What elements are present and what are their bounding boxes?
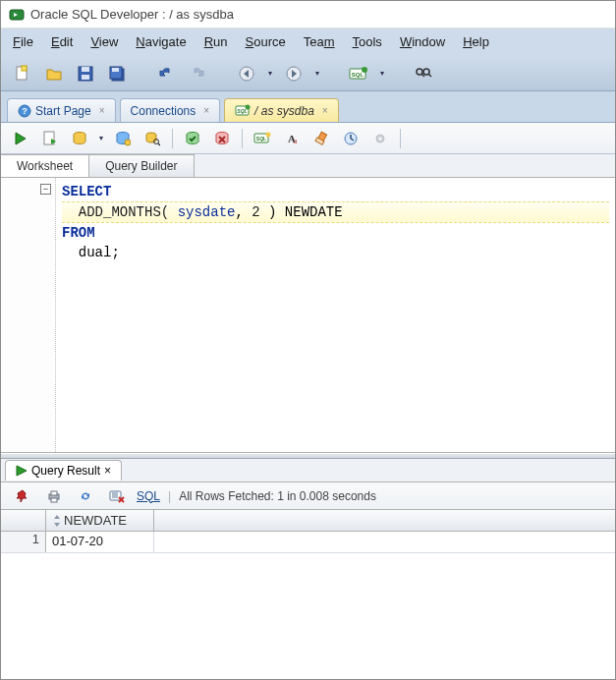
nav-back-button[interactable] — [235, 62, 258, 85]
menu-team[interactable]: Team — [304, 34, 335, 49]
menu-window[interactable]: Window — [400, 34, 445, 49]
save-button[interactable] — [74, 62, 97, 85]
tab-label: / as sysdba — [254, 104, 314, 118]
pin-button[interactable] — [11, 484, 34, 508]
result-tab-label: Query Result — [31, 464, 100, 478]
close-icon[interactable]: × — [322, 105, 328, 116]
autotrace-button[interactable] — [111, 127, 135, 150]
worksheet-toolbar: ▾ SQL Aa — [1, 123, 615, 154]
sql-editor[interactable]: SELECT ADD_MONTHS( sysdate, 2 ) NEWDATE … — [56, 178, 615, 452]
menu-help[interactable]: Help — [463, 34, 489, 49]
sql-text: dual; — [62, 245, 120, 260]
menu-view[interactable]: View — [90, 34, 118, 49]
sql-worksheet-button[interactable]: SQL — [347, 62, 370, 85]
sql-text: , — [235, 204, 252, 220]
refresh-button[interactable] — [74, 484, 97, 508]
run-script-button[interactable] — [38, 127, 62, 150]
svg-rect-53 — [51, 491, 57, 495]
rollback-button[interactable] — [210, 127, 234, 150]
svg-point-16 — [362, 67, 367, 73]
svg-point-31 — [125, 140, 131, 145]
sql-text: ADD_MONTHS( — [62, 204, 178, 220]
svg-rect-5 — [82, 67, 89, 72]
nav-forward-dropdown[interactable]: ▾ — [313, 69, 321, 78]
svg-marker-26 — [16, 133, 26, 144]
tab-query-builder[interactable]: Query Builder — [89, 154, 194, 177]
settings-button[interactable] — [368, 127, 392, 150]
tab-connections[interactable]: Connections × — [120, 98, 221, 122]
result-toolbar: SQL | All Rows Fetched: 1 in 0.008 secon… — [1, 482, 615, 510]
run-statement-button[interactable] — [9, 127, 32, 150]
svg-text:a: a — [294, 137, 298, 145]
menu-tools[interactable]: Tools — [353, 34, 382, 49]
undo-button[interactable] — [154, 62, 178, 85]
nav-back-dropdown[interactable]: ▾ — [266, 69, 274, 78]
grid-header: NEWDATE — [1, 510, 615, 532]
svg-line-34 — [158, 143, 160, 145]
svg-point-50 — [379, 137, 382, 140]
new-button[interactable] — [11, 62, 34, 85]
find-button[interactable] — [412, 62, 435, 85]
editor-area: − SELECT ADD_MONTHS( sysdate, 2 ) NEWDAT… — [1, 178, 615, 453]
sql-keyword: FROM — [62, 225, 95, 241]
close-icon[interactable]: × — [104, 464, 111, 478]
tab-worksheet[interactable]: Worksheet — [1, 154, 89, 177]
tab-query-result[interactable]: Query Result × — [5, 460, 122, 481]
sql-number: 2 — [252, 204, 259, 220]
main-toolbar: ▾ ▾ SQL ▾ — [1, 56, 615, 91]
menu-source[interactable]: Source — [246, 34, 286, 49]
fetch-status: All Rows Fetched: 1 in 0.008 seconds — [179, 489, 376, 503]
open-button[interactable] — [42, 62, 66, 85]
menu-navigate[interactable]: Navigate — [136, 34, 186, 49]
result-grid: NEWDATE 1 01-07-20 — [1, 510, 615, 553]
worksheet-icon: SQL — [235, 104, 251, 118]
menu-edit[interactable]: Edit — [51, 34, 73, 49]
help-icon: ? — [18, 104, 31, 118]
sql-link[interactable]: SQL — [137, 489, 160, 503]
fold-collapse-icon[interactable]: − — [40, 184, 51, 195]
svg-text:?: ? — [22, 106, 28, 116]
column-header-newdate[interactable]: NEWDATE — [46, 510, 154, 531]
nav-forward-button[interactable] — [282, 62, 306, 85]
svg-text:SQL: SQL — [352, 72, 364, 78]
commit-button[interactable] — [181, 127, 204, 150]
row-number: 1 — [1, 532, 46, 552]
app-icon — [9, 7, 25, 23]
sql-keyword: SELECT — [62, 184, 111, 199]
sql-worksheet-dropdown[interactable]: ▾ — [378, 69, 386, 78]
row-number-header — [1, 510, 46, 531]
svg-rect-6 — [82, 75, 89, 80]
clear-button[interactable] — [309, 127, 333, 150]
tab-start-page[interactable]: ? Start Page × — [7, 98, 116, 122]
sql-identifier: sysdate — [178, 204, 236, 220]
format-button[interactable]: Aa — [280, 127, 304, 150]
menu-bar: File Edit View Navigate Run Source Team … — [1, 28, 615, 56]
document-tabs: ? Start Page × Connections × SQL / as sy… — [1, 91, 615, 123]
cell-newdate: 01-07-20 — [46, 532, 154, 552]
db-search-button[interactable] — [140, 127, 164, 150]
sort-icon — [52, 515, 62, 527]
svg-marker-51 — [17, 466, 27, 476]
save-all-button[interactable] — [105, 62, 129, 85]
svg-text:SQL: SQL — [237, 108, 247, 114]
table-row[interactable]: 1 01-07-20 — [1, 532, 615, 553]
svg-text:SQL: SQL — [256, 136, 266, 142]
menu-file[interactable]: File — [13, 34, 33, 49]
close-icon[interactable]: × — [99, 105, 105, 116]
svg-line-20 — [428, 74, 431, 77]
print-button[interactable] — [42, 484, 66, 508]
editor-gutter: − — [1, 178, 56, 452]
tab-as-sysdba[interactable]: SQL / as sysdba × — [224, 98, 339, 122]
explain-plan-button[interactable] — [68, 127, 91, 150]
title-bar: Oracle SQL Developer : / as sysdba — [1, 1, 615, 28]
close-icon[interactable]: × — [203, 105, 209, 116]
history-button[interactable] — [339, 127, 363, 150]
sheet-tabs: Worksheet Query Builder — [1, 154, 615, 178]
delete-button[interactable] — [105, 484, 129, 508]
explain-dropdown[interactable]: ▾ — [97, 134, 105, 142]
svg-point-25 — [246, 104, 251, 109]
menu-run[interactable]: Run — [204, 34, 228, 49]
svg-marker-61 — [54, 515, 60, 519]
redo-button[interactable] — [186, 62, 209, 85]
unshared-worksheet-button[interactable]: SQL — [251, 127, 274, 150]
